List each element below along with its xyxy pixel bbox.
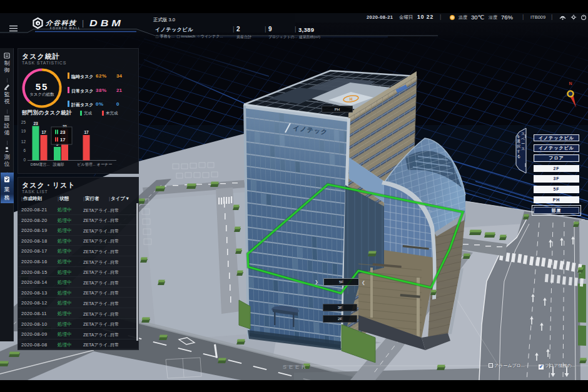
svg-text:ビル管理...: ビル管理... — [77, 162, 96, 167]
svg-text:N: N — [569, 81, 572, 86]
svg-text:17: 17 — [41, 130, 46, 134]
svg-text:17: 17 — [60, 137, 65, 143]
svg-text:23: 23 — [33, 121, 38, 126]
svg-text:6: 6 — [23, 148, 26, 153]
svg-text:0: 0 — [23, 158, 26, 162]
svg-text:設備部: 設備部 — [53, 162, 64, 167]
svg-text:25: 25 — [21, 120, 26, 124]
svg-text:19: 19 — [21, 129, 26, 133]
svg-text:DBM運営...: DBM運営... — [31, 162, 50, 167]
svg-text:オーナー: オーナー — [97, 163, 112, 167]
svg-text:17: 17 — [84, 130, 89, 134]
svg-text:12: 12 — [21, 139, 26, 144]
svg-text:23: 23 — [60, 129, 65, 135]
svg-text:H: H — [350, 97, 353, 101]
